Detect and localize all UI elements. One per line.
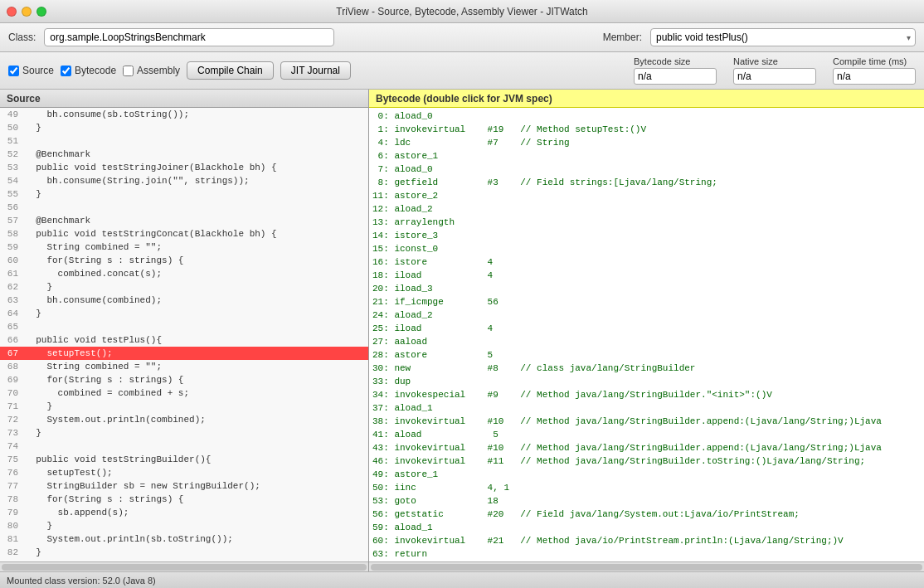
bytecode-line: 49: astore_1 <box>372 468 921 481</box>
source-line: 76 setupTest(); <box>0 466 368 479</box>
line-content: public void testStringJoiner(Blackhole b… <box>25 163 277 173</box>
line-content: System.out.println(sb.toString()); <box>25 534 233 544</box>
line-number: 53 <box>0 163 25 173</box>
bytecode-line: 4: ldc #7 // String <box>372 136 921 149</box>
status-text: Mounted class version: 52.0 (Java 8) <box>7 576 156 586</box>
jit-journal-button[interactable]: JIT Journal <box>280 61 351 80</box>
line-number: 74 <box>0 441 25 451</box>
bytecode-line: 38: invokevirtual #10 // Method java/lan… <box>372 415 921 428</box>
status-bar: Mounted class version: 52.0 (Java 8) <box>0 571 924 588</box>
bytecode-line: 1: invokevirtual #19 // Method setupTest… <box>372 123 921 136</box>
source-line: 55 } <box>0 187 368 201</box>
line-number: 56 <box>0 202 25 212</box>
line-content: } <box>25 123 41 133</box>
line-content: bh.consume(combined); <box>25 295 162 305</box>
line-number: 76 <box>0 468 25 478</box>
source-code-lines: 49 bh.consume(sb.toString());50 }5152 @B… <box>0 108 368 561</box>
bytecode-line: 20: iload_3 <box>372 282 921 295</box>
line-content: combined.concat(s); <box>25 269 162 279</box>
bytecode-checkbox-item[interactable]: Bytecode <box>61 65 116 76</box>
line-content: } <box>25 282 52 292</box>
bytecode-line: 59: aload_1 <box>372 521 921 534</box>
source-line: 50 } <box>0 121 368 134</box>
line-content: } <box>25 309 41 318</box>
assembly-checkbox[interactable] <box>123 66 134 76</box>
bytecode-panel-header: Bytecode (double click for JVM spec) <box>369 90 924 108</box>
line-number: 81 <box>0 534 25 544</box>
compile-time-label: Compile time (ms) <box>833 56 907 66</box>
source-line: 75 public void testStringBuilder(){ <box>0 453 368 466</box>
source-hscrollbar-area[interactable] <box>0 561 368 571</box>
bytecode-line: 56: getstatic #20 // Field java/lang/Sys… <box>372 508 921 521</box>
line-number: 51 <box>0 136 25 146</box>
native-size-label: Native size <box>733 56 778 66</box>
class-label: Class: <box>8 32 36 43</box>
source-checkbox[interactable] <box>8 66 19 76</box>
line-number: 62 <box>0 282 25 292</box>
line-content: } <box>25 428 41 438</box>
bytecode-line: 34: invokespecial #9 // Method java/lang… <box>372 388 921 401</box>
source-line: 57 @Benchmark <box>0 214 368 227</box>
line-number: 82 <box>0 547 25 557</box>
line-content: System.out.println(combined); <box>25 415 206 425</box>
bytecode-line: 30: new #8 // class java/lang/StringBuil… <box>372 362 921 375</box>
compile-time-input[interactable] <box>833 68 916 85</box>
source-line: 73 } <box>0 426 368 440</box>
assembly-checkbox-item[interactable]: Assembly <box>123 65 180 76</box>
size-fields: Bytecode size Native size Compile time (… <box>634 56 916 85</box>
maximize-button[interactable] <box>36 7 46 17</box>
line-content: for(String s : strings) { <box>25 494 183 504</box>
native-size-field: Native size <box>733 56 816 85</box>
bytecode-line: 63: return <box>372 547 921 561</box>
line-number: 50 <box>0 123 25 133</box>
line-number: 79 <box>0 508 25 518</box>
bytecode-checkbox[interactable] <box>61 66 71 76</box>
bytecode-label: Bytecode <box>75 65 116 76</box>
line-content: } <box>25 521 52 531</box>
bytecode-hscrollbar-area[interactable] <box>369 561 924 571</box>
bytecode-size-input[interactable] <box>634 68 717 85</box>
source-line: 74 <box>0 440 368 453</box>
line-content: setupTest(); <box>25 348 113 358</box>
bytecode-line: 53: goto 18 <box>372 494 921 508</box>
bytecode-line: 18: iload 4 <box>372 269 921 282</box>
line-number: 78 <box>0 494 25 504</box>
bytecode-line: 12: aload_2 <box>372 202 921 216</box>
source-checkbox-item[interactable]: Source <box>8 65 54 76</box>
source-panel-header: Source <box>0 90 368 108</box>
window-controls <box>7 7 46 17</box>
bytecode-code-area[interactable]: 0: aload_0 1: invokevirtual #19 // Metho… <box>369 108 924 561</box>
source-line: 49 bh.consume(sb.toString()); <box>0 108 368 121</box>
native-size-input[interactable] <box>733 68 816 85</box>
line-number: 73 <box>0 428 25 438</box>
source-line: 69 for(String s : strings) { <box>0 373 368 386</box>
bytecode-hscrollbar[interactable] <box>371 564 922 571</box>
line-content: } <box>25 401 52 411</box>
window-title: TriView - Source, Bytecode, Assembly Vie… <box>336 6 587 17</box>
line-content: String combined = ""; <box>25 362 162 372</box>
source-code-area[interactable]: 49 bh.consume(sb.toString());50 }5152 @B… <box>0 108 368 561</box>
line-content: for(String s : strings) { <box>25 375 183 385</box>
bytecode-line: 25: iload 4 <box>372 322 921 335</box>
source-line: 77 StringBuilder sb = new StringBuilder(… <box>0 479 368 493</box>
source-panel: Source 49 bh.consume(sb.toString());50 }… <box>0 90 369 571</box>
line-number: 54 <box>0 176 25 186</box>
source-hscrollbar[interactable] <box>2 564 367 571</box>
bytecode-line: 24: aload_2 <box>372 309 921 322</box>
line-content: } <box>25 547 41 557</box>
minimize-button[interactable] <box>22 7 32 17</box>
member-select[interactable]: public void testPlus() <box>650 28 916 46</box>
line-number: 52 <box>0 149 25 159</box>
line-number: 72 <box>0 415 25 425</box>
line-content: public void testPlus(){ <box>25 335 162 345</box>
source-line: 56 <box>0 201 368 214</box>
class-input[interactable] <box>44 28 334 46</box>
close-button[interactable] <box>7 7 17 17</box>
line-number: 59 <box>0 242 25 252</box>
line-number: 69 <box>0 375 25 385</box>
compile-chain-button[interactable]: Compile Chain <box>187 61 274 80</box>
source-line: 52 @Benchmark <box>0 148 368 161</box>
line-content: } <box>25 189 41 199</box>
bytecode-line: 27: aaload <box>372 335 921 348</box>
line-number: 65 <box>0 322 25 332</box>
